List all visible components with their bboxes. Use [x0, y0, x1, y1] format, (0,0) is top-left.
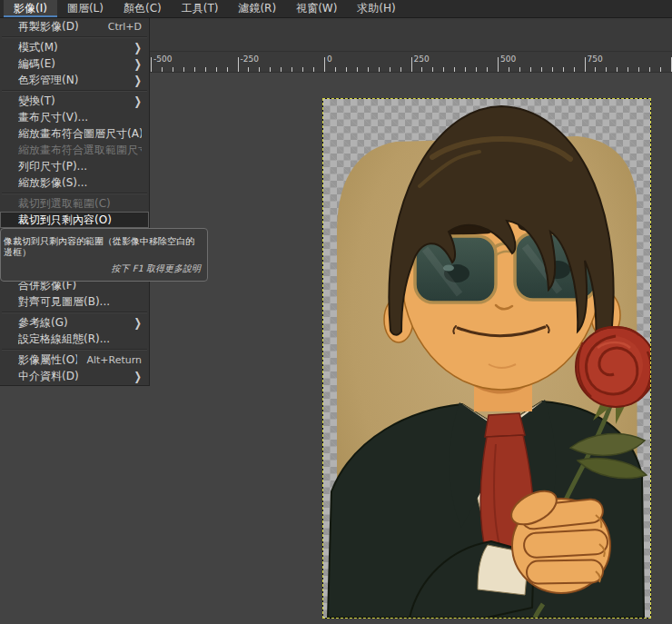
ruler-minor-tick [487, 67, 488, 72]
menu-item-canvas-size[interactable]: 畫布尺寸(V)... [0, 109, 149, 125]
ruler-minor-tick [519, 67, 520, 72]
ruler-minor-tick [476, 67, 477, 72]
menu-item-label: 縮放畫布符合圖層尺寸(A) [18, 126, 142, 142]
menu-item-align-visible-layers[interactable]: 對齊可見圖層(B)... [0, 293, 149, 310]
menu-item-metadata[interactable]: 中介資料(D)❯ [0, 368, 149, 384]
menu-item-label: 對齊可見圖層(B)... [18, 294, 142, 310]
menu-item-label: 設定格線組態(R)... [18, 332, 142, 347]
menu-item-mode[interactable]: 模式(M)❯ [0, 39, 149, 55]
menu-item-label: 列印尺寸(P)... [18, 159, 142, 174]
ruler-minor-tick [660, 67, 661, 72]
canvas-top-strip [150, 18, 672, 51]
ruler-minor-tick [628, 67, 628, 72]
submenu-arrow-icon: ❯ [134, 57, 142, 70]
ruler-minor-tick [313, 67, 314, 72]
ruler-minor-tick [259, 67, 260, 72]
ruler-minor-tick [563, 67, 564, 72]
submenu-arrow-icon: ❯ [134, 94, 142, 107]
ruler-minor-tick [302, 67, 303, 72]
menu-separator [0, 347, 149, 352]
ruler-minor-tick [530, 67, 531, 72]
rose [576, 327, 650, 407]
ruler-minor-tick [552, 67, 553, 72]
ruler-major-tick [324, 57, 325, 72]
submenu-arrow-icon: ❯ [134, 74, 142, 86]
menu-item-label: 參考線(G) [18, 315, 125, 331]
horizontal-ruler[interactable]: -500-25002505007501000 [150, 51, 672, 73]
ruler-minor-tick [281, 67, 282, 72]
menu-image[interactable]: 影像(I) [4, 0, 57, 17]
menu-windows[interactable]: 視窗(W) [286, 0, 347, 17]
menu-filters[interactable]: 濾鏡(R) [228, 0, 286, 17]
menu-item-precision[interactable]: 編碼(E)❯ [0, 55, 149, 72]
menu-item-label: 編碼(E) [18, 56, 125, 72]
ruler-minor-tick [509, 67, 509, 72]
menu-item-shortcut: Ctrl+D [108, 21, 142, 33]
menu-item-color-management[interactable]: 色彩管理(N)❯ [0, 72, 149, 88]
image-canvas[interactable] [323, 99, 650, 618]
ruler-minor-tick [541, 67, 542, 72]
menu-item-label: 再製影像(D) [18, 19, 99, 35]
menu-item-fit-canvas-to-layers[interactable]: 縮放畫布符合圖層尺寸(A) [0, 125, 149, 142]
ruler-minor-tick [194, 67, 195, 72]
ruler-minor-tick [617, 67, 618, 72]
menu-item-crop-to-content[interactable]: 裁切到只剩內容(O) [0, 212, 149, 228]
ruler-minor-tick [205, 67, 206, 72]
menu-item-label: 縮放影像(S)... [18, 175, 142, 191]
ruler-minor-tick [357, 67, 358, 72]
ruler-tick-label: 250 [414, 54, 430, 64]
ruler-minor-tick [606, 67, 607, 72]
ruler-minor-tick [292, 67, 292, 72]
menu-item-guides[interactable]: 參考線(G)❯ [0, 314, 149, 331]
ruler-minor-tick [638, 67, 639, 72]
menu-item-duplicate-image[interactable]: 再製影像(D)Ctrl+D [0, 18, 149, 35]
ruler-major-tick [238, 57, 239, 72]
menu-item-transform[interactable]: 變換(T)❯ [0, 93, 149, 109]
ruler-tick-label: 750 [588, 54, 603, 64]
menu-item-label: 變換(T) [18, 94, 125, 109]
menu-item-label: 影像屬性(O) [18, 352, 77, 368]
menu-item-label: 模式(M) [18, 40, 125, 55]
submenu-arrow-icon: ❯ [134, 316, 142, 329]
ruler-minor-tick [379, 67, 380, 72]
ruler-minor-tick [368, 67, 369, 72]
menu-item-shortcut: Alt+Return [86, 354, 142, 366]
menu-layer[interactable]: 圖層(L) [57, 0, 114, 17]
submenu-arrow-icon: ❯ [134, 370, 142, 382]
menu-colors[interactable]: 顏色(C) [114, 0, 172, 17]
menu-item-label: 裁切到只剩內容(O) [18, 213, 142, 228]
menu-tooltip: 像裁切到只剩內容的範圍（從影像中移除空白的邊框） 按下 F1 取得更多說明 [0, 228, 208, 282]
ruler-minor-tick [465, 67, 466, 72]
ruler-major-tick [585, 57, 586, 72]
menu-tools[interactable]: 工具(T) [172, 0, 229, 17]
ruler-minor-tick [574, 67, 575, 72]
menu-separator [0, 88, 149, 93]
ruler-minor-tick [227, 67, 228, 72]
ruler-minor-tick [173, 67, 173, 72]
menu-item-print-size[interactable]: 列印尺寸(P)... [0, 158, 149, 174]
menu-item-label: 色彩管理(N) [18, 73, 125, 88]
menu-item-fit-canvas-to-selection[interactable]: 縮放畫布符合選取範圍尺寸(I) [0, 142, 149, 158]
artwork-illustration [323, 99, 650, 618]
ruler-major-tick [411, 57, 412, 72]
menu-help[interactable]: 求助(H) [347, 0, 405, 17]
submenu-arrow-icon: ❯ [134, 41, 142, 54]
ruler-minor-tick [248, 67, 249, 72]
ruler-tick-label: 0 [327, 54, 332, 64]
menu-item-label: 縮放畫布符合選取範圍尺寸(I) [18, 143, 142, 158]
tooltip-text: 像裁切到只剩內容的範圍（從影像中移除空白的邊框） [4, 236, 201, 258]
menu-item-image-properties[interactable]: 影像屬性(O)Alt+Return [0, 352, 149, 368]
menu-item-label: 中介資料(D) [18, 369, 125, 384]
ruler-minor-tick [162, 67, 163, 72]
menu-separator [0, 310, 149, 314]
ruler-minor-tick [432, 67, 433, 72]
ruler-minor-tick [270, 67, 271, 72]
menu-separator [0, 35, 149, 39]
layer-boundary [322, 98, 651, 619]
menu-separator [0, 191, 149, 195]
ruler-minor-tick [335, 67, 336, 72]
menu-item-crop-to-selection[interactable]: 裁切到選取範圍(C) [0, 195, 149, 212]
menu-item-label: 畫布尺寸(V)... [18, 110, 142, 125]
menu-item-configure-grid[interactable]: 設定格線組態(R)... [0, 331, 149, 347]
menu-item-scale-image[interactable]: 縮放影像(S)... [0, 174, 149, 191]
